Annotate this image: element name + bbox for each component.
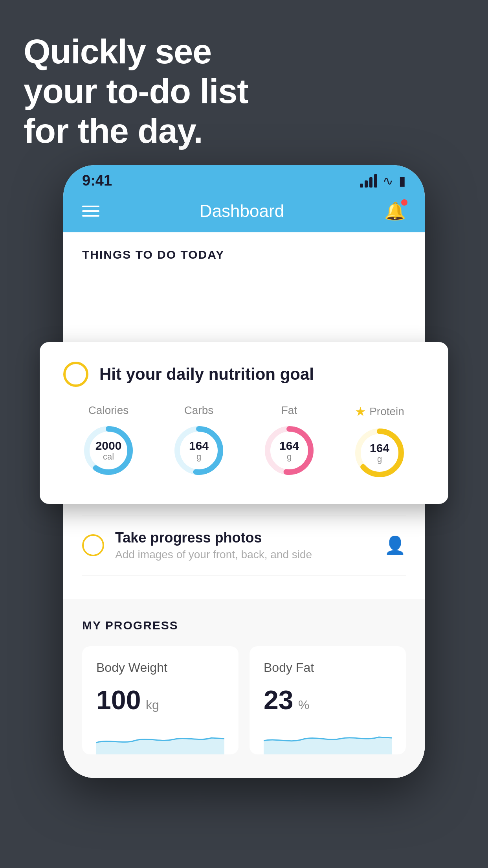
nutrition-card: Hit your daily nutrition goal Calories 2… bbox=[40, 342, 448, 504]
calories-donut: 2000 cal bbox=[81, 423, 136, 478]
nutrition-check-circle[interactable] bbox=[63, 362, 88, 387]
todo-text-photos: Take progress photos Add images of your … bbox=[115, 530, 373, 561]
body-weight-value-row: 100 kg bbox=[96, 684, 224, 715]
body-weight-unit: kg bbox=[146, 698, 159, 712]
calories-unit: cal bbox=[95, 452, 122, 462]
card-header: Hit your daily nutrition goal bbox=[63, 362, 425, 387]
app-content: THINGS TO DO TODAY Running Track your st… bbox=[63, 232, 425, 778]
fat-unit: g bbox=[279, 452, 299, 462]
progress-cards: Body Weight 100 kg Body Fat bbox=[82, 646, 406, 754]
body-weight-value: 100 bbox=[96, 685, 141, 715]
body-fat-unit: % bbox=[298, 698, 309, 712]
body-weight-card[interactable]: Body Weight 100 kg bbox=[82, 646, 238, 754]
hero-headline: Quickly see your to-do list for the day. bbox=[24, 31, 248, 151]
protein-unit: g bbox=[370, 454, 389, 464]
nav-bar: Dashboard 🔔 bbox=[63, 193, 425, 232]
todo-circle-photos bbox=[82, 534, 104, 556]
status-time: 9:41 bbox=[82, 172, 112, 189]
protein-label: Protein bbox=[369, 405, 404, 418]
carbs-label: Carbs bbox=[184, 404, 214, 417]
notification-dot bbox=[401, 199, 407, 206]
fat-donut: 164 g bbox=[262, 423, 317, 478]
nutrition-protein: ★ Protein 164 g bbox=[352, 404, 407, 480]
nutrition-carbs: Carbs 164 g bbox=[171, 404, 226, 478]
body-fat-card[interactable]: Body Fat 23 % bbox=[250, 646, 406, 754]
nutrition-card-title: Hit your daily nutrition goal bbox=[99, 365, 314, 384]
nutrition-grid: Calories 2000 cal Carbs bbox=[63, 404, 425, 480]
status-bar: 9:41 ∿ ▮ bbox=[63, 165, 425, 193]
notification-bell[interactable]: 🔔 bbox=[384, 201, 406, 221]
body-fat-value-row: 23 % bbox=[264, 684, 392, 715]
nutrition-fat: Fat 164 g bbox=[262, 404, 317, 478]
carbs-unit: g bbox=[189, 452, 209, 462]
battery-icon: ▮ bbox=[399, 173, 406, 188]
calories-value: 2000 bbox=[95, 439, 122, 452]
carbs-value: 164 bbox=[189, 439, 209, 452]
todo-item-photos[interactable]: Take progress photos Add images of your … bbox=[82, 515, 406, 576]
things-title: THINGS TO DO TODAY bbox=[63, 232, 425, 269]
photo-icon: 👤 bbox=[384, 535, 406, 555]
carbs-donut: 164 g bbox=[171, 423, 226, 478]
calories-label: Calories bbox=[88, 404, 129, 417]
protein-value: 164 bbox=[370, 441, 389, 454]
fat-value: 164 bbox=[279, 439, 299, 452]
body-fat-wave bbox=[264, 723, 392, 754]
protein-donut: 164 g bbox=[352, 425, 407, 480]
body-weight-wave bbox=[96, 723, 224, 754]
todo-name-photos: Take progress photos bbox=[115, 530, 373, 546]
progress-title: MY PROGRESS bbox=[82, 619, 406, 632]
todo-desc-photos: Add images of your front, back, and side bbox=[115, 548, 373, 561]
body-fat-value: 23 bbox=[264, 685, 294, 715]
nav-title: Dashboard bbox=[200, 201, 284, 221]
body-weight-label: Body Weight bbox=[96, 660, 224, 675]
progress-section: MY PROGRESS Body Weight 100 kg bbox=[63, 599, 425, 778]
wifi-icon: ∿ bbox=[383, 173, 393, 188]
status-icons: ∿ ▮ bbox=[360, 173, 406, 188]
signal-icon bbox=[360, 174, 377, 188]
protein-star-icon: ★ bbox=[355, 404, 366, 419]
fat-label: Fat bbox=[281, 404, 297, 417]
nutrition-calories: Calories 2000 cal bbox=[81, 404, 136, 478]
body-fat-label: Body Fat bbox=[264, 660, 392, 675]
hamburger-icon[interactable] bbox=[82, 206, 99, 217]
